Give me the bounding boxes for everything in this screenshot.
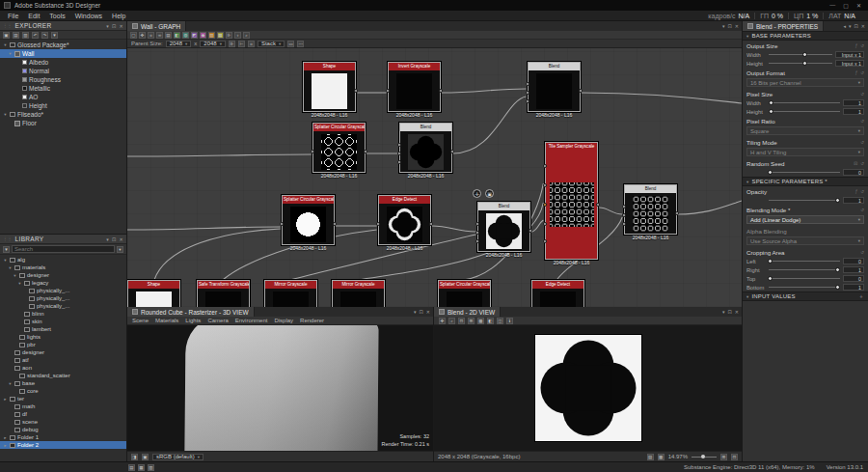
fit-icon[interactable]: ⊞: [468, 318, 475, 324]
pin-node-button[interactable]: ✛: [473, 189, 481, 198]
node-input-port[interactable]: [311, 150, 314, 153]
output-width-slider[interactable]: [769, 51, 832, 58]
search-icon[interactable]: ⌕: [243, 32, 250, 39]
library-item[interactable]: core: [0, 387, 126, 395]
tab-2d-view[interactable]: Blend - 2D VIEW: [434, 307, 501, 317]
graph-node-mirror-grayscale[interactable]: Mirror Grayscale: [264, 280, 317, 307]
redo-icon[interactable]: ↷: [41, 32, 48, 39]
library-item[interactable]: physically_...: [0, 294, 126, 302]
node-input-port[interactable]: [622, 222, 626, 226]
menu-file[interactable]: File: [8, 13, 18, 19]
snap-grid-icon[interactable]: ⌗: [248, 41, 255, 47]
library-item[interactable]: ▾legacy: [0, 279, 126, 287]
compare-icon[interactable]: ◫: [497, 318, 503, 324]
graph-node-blend[interactable]: Blend 2048x2048 - L16: [528, 62, 581, 112]
panel-close-icon[interactable]: ✕: [861, 23, 865, 29]
display-settings-icon[interactable]: ◨: [131, 454, 138, 460]
atomic-noise-icon[interactable]: ▦: [217, 32, 224, 39]
console-icon[interactable]: ▤: [128, 464, 135, 471]
node-input-port[interactable]: [280, 222, 284, 226]
menu-camera[interactable]: Camera: [207, 318, 228, 323]
library-item[interactable]: physically_...: [0, 302, 126, 310]
search-options-icon[interactable]: ▾: [117, 246, 123, 253]
close-button[interactable]: ✕: [856, 2, 861, 9]
node-output-port[interactable]: [429, 222, 433, 226]
library-item[interactable]: blinn: [0, 310, 126, 318]
library-item[interactable]: physically_...: [0, 287, 126, 294]
crop-right-value[interactable]: 1: [843, 266, 864, 273]
reset-icon[interactable]: ↺: [860, 43, 864, 48]
undo-icon[interactable]: ↶: [32, 32, 39, 39]
crop-bottom-slider[interactable]: [769, 284, 840, 291]
snap-icon[interactable]: ⌖: [234, 32, 241, 39]
random-seed-slider[interactable]: [769, 169, 840, 176]
align-top-icon[interactable]: ⊢: [238, 41, 245, 47]
node-input-port[interactable]: [397, 152, 401, 155]
reset-icon[interactable]: ↺: [860, 189, 864, 194]
node-output-port[interactable]: [364, 150, 367, 153]
node-input-port[interactable]: [475, 231, 479, 235]
maximize-button[interactable]: ▢: [843, 2, 849, 9]
crop-top-slider[interactable]: [769, 275, 840, 282]
graph-node-splatter-circular[interactable]: Splatter Circular Grayscale: [438, 280, 491, 307]
library-item[interactable]: ▸ter: [0, 395, 126, 403]
preview-node-button[interactable]: ▣: [485, 189, 494, 198]
crop-right-slider[interactable]: [769, 266, 840, 273]
output-format-select[interactable]: 16 Bits per Channel▾: [746, 78, 864, 87]
random-seed-value[interactable]: 0: [843, 169, 864, 176]
output-height-slider[interactable]: [769, 60, 832, 67]
opacity-value[interactable]: 1: [843, 197, 864, 204]
tab-3d-view[interactable]: Rounded Cube - Rasterizer - 3D VIEW: [127, 307, 255, 317]
node-input-port[interactable]: [543, 183, 547, 187]
node-input-port[interactable]: [475, 239, 479, 243]
menu-display[interactable]: Display: [274, 318, 293, 323]
explorer-item-height[interactable]: Height: [0, 101, 126, 110]
graph-node-mirror-grayscale[interactable]: Mirror Grayscale: [332, 280, 385, 307]
function-icon[interactable]: ƒ: [855, 70, 858, 75]
reset-icon[interactable]: ↺: [860, 250, 864, 255]
panel-menu-icon[interactable]: ▾: [849, 23, 852, 29]
graph-node-blend[interactable]: Blend 2048x2048 - L16: [624, 184, 677, 235]
select-icon[interactable]: ▢: [130, 32, 137, 39]
library-item[interactable]: ▸Folder 2: [0, 441, 126, 449]
reset-icon[interactable]: ↺: [860, 161, 864, 166]
node-input-port[interactable]: [376, 222, 380, 226]
output-height-value[interactable]: Input x 1: [835, 60, 864, 67]
library-item[interactable]: lambert: [0, 325, 126, 333]
panel-menu-icon[interactable]: ▾: [722, 23, 725, 29]
pixel-ratio-select[interactable]: Square▾: [746, 126, 864, 135]
panel-menu-icon[interactable]: ▾: [106, 23, 109, 29]
reset-icon[interactable]: ↺: [860, 70, 864, 75]
library-item[interactable]: standard_scatter: [0, 372, 126, 379]
open-icon[interactable]: ▤: [13, 32, 19, 39]
stack-select[interactable]: Stack▾: [258, 41, 285, 47]
pixel-height-value[interactable]: 1: [843, 108, 864, 115]
node-output-port[interactable]: [596, 203, 600, 207]
opacity-slider[interactable]: [769, 197, 840, 204]
library-item[interactable]: ▸Folder 1: [0, 433, 126, 441]
panel-menu-icon[interactable]: ▾: [722, 309, 725, 315]
more-icon[interactable]: ⋯: [297, 41, 304, 47]
explorer-item-fliseado[interactable]: ▾Fliseado*: [0, 110, 126, 119]
panel-float-icon[interactable]: ⊡: [728, 309, 732, 315]
node-output-port[interactable]: [579, 89, 583, 93]
tab-properties[interactable]: Blend - PROPERTIES: [743, 21, 824, 31]
filter-icon[interactable]: ▼: [51, 32, 58, 39]
node-input-port[interactable]: [622, 213, 626, 217]
zoom-icon[interactable]: ⌕: [448, 318, 455, 324]
explorer-item-wall[interactable]: ▾Wall: [0, 49, 126, 58]
explorer-item-glossed-package[interactable]: ▾Glossed Package*: [0, 41, 126, 49]
graph-node-shape[interactable]: Shape: [127, 280, 180, 307]
library-item[interactable]: scene: [0, 418, 126, 426]
panel-pin-icon[interactable]: ◂: [844, 23, 847, 29]
explorer-item-roughness[interactable]: Roughness: [0, 75, 126, 84]
menu-renderer[interactable]: Renderer: [300, 318, 324, 323]
comment-icon[interactable]: ▤: [165, 32, 172, 39]
pixel-width-slider[interactable]: [769, 99, 840, 106]
graph-node-safe-transform[interactable]: Safe Transform Grayscale: [197, 280, 250, 307]
library-item[interactable]: atf: [0, 356, 126, 364]
save-icon[interactable]: ▥: [22, 32, 29, 39]
dice-icon[interactable]: ⚄: [854, 161, 857, 166]
frame-icon[interactable]: ⌗: [148, 32, 154, 39]
search-filter-icon[interactable]: ▼: [3, 246, 10, 253]
